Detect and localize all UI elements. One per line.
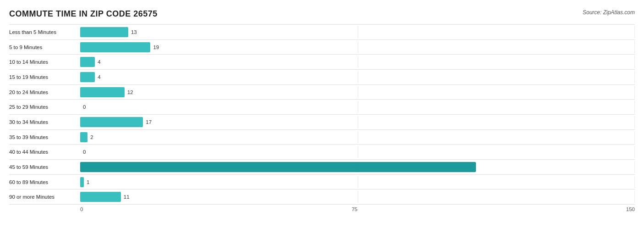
- bar-label: 10 to 14 Minutes: [9, 59, 80, 65]
- bar-label: 30 to 34 Minutes: [9, 119, 80, 125]
- bar-track: 11: [80, 192, 635, 202]
- bar-row: 60 to 89 Minutes1: [9, 174, 635, 190]
- bar-label: 5 to 9 Minutes: [9, 45, 80, 50]
- bar-fill: [80, 177, 84, 187]
- bar-fill: [80, 132, 87, 142]
- bar-row: Less than 5 Minutes13: [9, 24, 635, 39]
- bar-label: 35 to 39 Minutes: [9, 134, 80, 140]
- bar-fill: [80, 42, 150, 52]
- bar-value: 2: [90, 134, 93, 140]
- bar-label: Less than 5 Minutes: [9, 29, 80, 35]
- bar-value: 4: [98, 59, 100, 65]
- bar-track: 19: [80, 42, 635, 52]
- bar-track: 4: [80, 72, 635, 82]
- bar-row: 45 to 59 Minutes107: [9, 159, 635, 174]
- bar-row: 5 to 9 Minutes19: [9, 39, 635, 55]
- bar-track: 17: [80, 117, 635, 127]
- bar-track: 13: [80, 27, 635, 37]
- chart-title: COMMUTE TIME IN ZIP CODE 26575: [9, 9, 158, 19]
- bar-track: 4: [80, 57, 635, 67]
- bar-row: 90 or more Minutes11: [9, 189, 635, 205]
- bar-fill: [80, 57, 95, 67]
- bar-label: 25 to 29 Minutes: [9, 104, 80, 110]
- bar-label: 90 or more Minutes: [9, 194, 80, 200]
- chart-header: COMMUTE TIME IN ZIP CODE 26575 Source: Z…: [9, 9, 635, 19]
- bar-row: 35 to 39 Minutes2: [9, 129, 635, 145]
- bar-label: 45 to 59 Minutes: [9, 164, 80, 170]
- x-axis-mid: 75: [352, 207, 358, 212]
- chart-source: Source: ZipAtlas.com: [583, 9, 635, 16]
- bar-fill: [80, 162, 476, 172]
- x-axis-max: 150: [626, 207, 635, 212]
- bar-value: 19: [153, 45, 159, 50]
- bar-fill: [80, 27, 128, 37]
- bar-track: 107: [80, 162, 635, 172]
- bar-value: 1: [87, 179, 89, 185]
- bar-label: 40 to 44 Minutes: [9, 149, 80, 155]
- bar-track: 1: [80, 177, 635, 187]
- bar-value: 13: [131, 29, 137, 35]
- bar-value: 4: [98, 74, 100, 80]
- bar-value: 12: [127, 89, 133, 95]
- bar-value: 0: [83, 149, 86, 155]
- bar-row: 20 to 24 Minutes12: [9, 84, 635, 100]
- bar-value: 107: [622, 164, 631, 170]
- chart-container: COMMUTE TIME IN ZIP CODE 26575 Source: Z…: [0, 0, 644, 240]
- bar-fill: [80, 72, 95, 82]
- bar-fill: [80, 117, 143, 127]
- bar-row: 40 to 44 Minutes0: [9, 144, 635, 159]
- bar-row: 25 to 29 Minutes0: [9, 99, 635, 114]
- x-axis-min: 0: [80, 207, 83, 212]
- bar-label: 15 to 19 Minutes: [9, 74, 80, 80]
- bar-row: 10 to 14 Minutes4: [9, 54, 635, 69]
- bar-track: 12: [80, 87, 635, 97]
- bar-label: 60 to 89 Minutes: [9, 179, 80, 185]
- bar-track: 2: [80, 132, 635, 142]
- bar-track: 0: [80, 147, 635, 157]
- bar-row: 30 to 34 Minutes17: [9, 114, 635, 129]
- bar-fill: [80, 192, 121, 202]
- bar-value: 0: [83, 104, 86, 110]
- bar-value: 17: [146, 119, 152, 125]
- bar-row: 15 to 19 Minutes4: [9, 69, 635, 84]
- x-axis: 0 75 150: [9, 207, 635, 212]
- bar-label: 20 to 24 Minutes: [9, 89, 80, 95]
- bar-track: 0: [80, 102, 635, 112]
- chart-area: Less than 5 Minutes135 to 9 Minutes1910 …: [9, 24, 635, 205]
- bar-fill: [80, 87, 125, 97]
- bar-value: 11: [124, 194, 130, 200]
